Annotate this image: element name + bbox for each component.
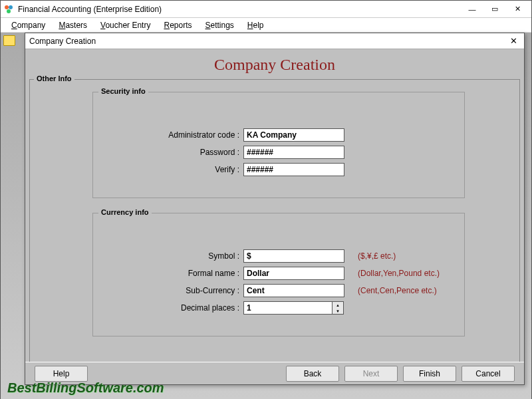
- next-button: Next: [344, 366, 398, 382]
- menu-help[interactable]: Help: [242, 19, 269, 31]
- spinner-down-icon[interactable]: ▼: [332, 308, 343, 314]
- svg-point-1: [9, 5, 13, 9]
- other-info-label: Other Info: [34, 74, 74, 82]
- password-label: Password :: [93, 148, 243, 157]
- window-controls: — ▭ ✕: [461, 1, 529, 17]
- dialog-title: Company Creation: [29, 37, 507, 46]
- company-creation-dialog: Company Creation ✕ Company Creation Othe…: [25, 33, 525, 385]
- currency-legend: Currency info: [98, 208, 152, 216]
- menu-masters[interactable]: Masters: [53, 19, 92, 31]
- other-info-group: Other Info Security info Administrator c…: [29, 79, 520, 366]
- decimal-places-input[interactable]: [243, 301, 332, 315]
- security-legend: Security info: [98, 87, 148, 95]
- formal-hint: (Dollar,Yen,Pound etc.): [358, 269, 440, 278]
- cancel-button[interactable]: Cancel: [462, 366, 515, 382]
- security-info-fieldset: Security info Administrator code : Passw…: [92, 92, 465, 198]
- decimal-places-spinner: ▲ ▼: [243, 301, 344, 315]
- minimize-button[interactable]: —: [461, 1, 483, 17]
- formal-name-input[interactable]: [243, 267, 344, 280]
- finish-button[interactable]: Finish: [403, 366, 456, 382]
- dialog-titlebar: Company Creation ✕: [25, 33, 524, 49]
- symbol-input[interactable]: [243, 249, 344, 263]
- decimal-places-label: Decimal places :: [93, 303, 243, 313]
- main-titlebar: Financial Accounting (Enterprise Edition…: [1, 1, 531, 18]
- dialog-close-button[interactable]: ✕: [507, 36, 520, 46]
- password-input[interactable]: [243, 146, 344, 159]
- folder-icon[interactable]: [3, 35, 15, 46]
- menubar: Company Masters Voucher Entry Reports Se…: [1, 18, 531, 33]
- menu-reports[interactable]: Reports: [158, 19, 197, 31]
- admin-code-input[interactable]: [243, 128, 344, 142]
- dialog-heading: Company Creation: [25, 49, 524, 79]
- formal-name-label: Formal name :: [93, 269, 243, 278]
- sub-currency-input[interactable]: [243, 284, 344, 297]
- help-button[interactable]: Help: [35, 366, 88, 382]
- maximize-button[interactable]: ▭: [483, 1, 506, 17]
- app-icon: [3, 4, 14, 15]
- svg-point-0: [5, 5, 9, 9]
- menu-voucher[interactable]: Voucher Entry: [95, 19, 156, 31]
- verify-input[interactable]: [243, 163, 344, 176]
- symbol-hint: ($,¥,£ etc.): [358, 251, 396, 261]
- menu-company[interactable]: Company: [6, 19, 51, 31]
- currency-info-fieldset: Currency info Symbol : ($,¥,£ etc.) Form…: [92, 213, 465, 336]
- main-window: Financial Accounting (Enterprise Edition…: [0, 0, 532, 399]
- symbol-label: Symbol :: [93, 251, 243, 261]
- admin-code-label: Administrator code :: [93, 130, 243, 140]
- verify-label: Verify :: [93, 165, 243, 174]
- content-area: Company Creation ✕ Company Creation Othe…: [1, 33, 531, 399]
- spinner-up-icon[interactable]: ▲: [332, 302, 343, 308]
- menu-settings[interactable]: Settings: [200, 19, 239, 31]
- sub-currency-label: Sub-Currency :: [93, 286, 243, 295]
- sub-hint: (Cent,Cen,Pence etc.): [358, 286, 437, 295]
- back-button[interactable]: Back: [286, 366, 339, 382]
- close-button[interactable]: ✕: [506, 1, 529, 17]
- app-title: Financial Accounting (Enterprise Edition…: [18, 5, 461, 14]
- svg-point-2: [7, 9, 11, 13]
- toolbar: [1, 33, 25, 49]
- watermark: BestBillingSoftware.com: [7, 380, 164, 396]
